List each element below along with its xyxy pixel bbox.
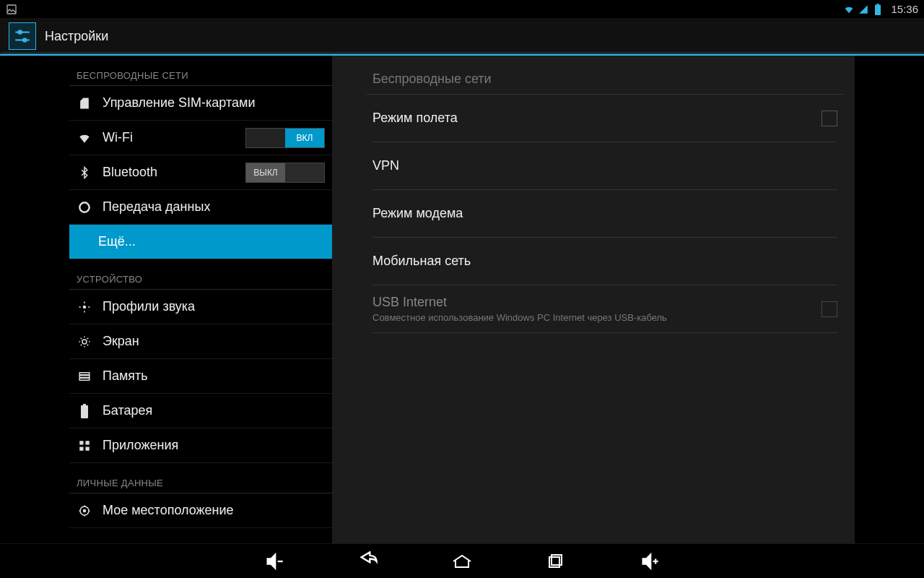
sidebar-item-label: Ещё... [98,234,136,249]
row-airplane-mode[interactable]: Режим полета [372,95,837,142]
storage-icon [77,368,92,384]
svg-rect-18 [86,447,90,450]
svg-rect-14 [83,404,86,405]
settings-sidebar: БЕСПРОВОДНЫЕ СЕТИ Управление SIM-картами… [0,56,332,543]
sidebar-item-label: Батарея [103,403,152,418]
sidebar-item-data-usage[interactable]: Передача данных [69,190,332,225]
svg-rect-13 [81,405,88,418]
sidebar-item-storage[interactable]: Память [69,359,332,394]
svg-point-4 [19,30,22,33]
wifi-toggle[interactable]: ВКЛ [245,128,325,148]
svg-rect-0 [7,5,16,14]
sidebar-item-location[interactable]: Мое местоположение [69,493,332,528]
sidebar-item-bluetooth[interactable]: Bluetooth ВЫКЛ [69,155,332,190]
section-header-personal: ЛИЧНЫЕ ДАННЫЕ [69,463,332,493]
sidebar-item-label: Профили звука [103,299,195,314]
system-navbar [0,543,924,578]
row-tethering[interactable]: Режим модема [372,190,837,238]
svg-rect-12 [79,378,90,380]
settings-slider-icon [9,22,36,50]
location-icon [77,503,92,519]
airplane-checkbox[interactable] [821,111,837,126]
row-vpn[interactable]: VPN [372,142,837,190]
content-header: Беспроводные сети [372,56,837,94]
volume-up-button[interactable] [628,547,671,576]
svg-rect-2 [877,4,879,5]
sidebar-item-sim[interactable]: Управление SIM-картами [69,86,332,121]
svg-point-9 [82,340,87,344]
row-subtitle: Совместное использование Windows PC Inte… [372,312,762,323]
bluetooth-icon [77,165,92,181]
sidebar-item-wifi[interactable]: Wi-Fi ВКЛ [69,121,332,155]
row-mobile-network[interactable]: Мобильная сеть [372,238,837,285]
toggle-label: ВКЛ [285,129,324,147]
svg-rect-16 [86,441,90,444]
data-usage-icon [77,199,92,215]
row-label: Режим полета [372,111,804,126]
sidebar-item-label: Bluetooth [103,165,157,180]
sidebar-item-label: Управление SIM-картами [103,95,255,111]
status-bar: 15:36 [0,0,924,18]
signal-icon [858,4,869,15]
volume-down-button[interactable] [253,547,296,576]
sidebar-item-display[interactable]: Экран [69,324,332,359]
clock: 15:36 [891,3,918,15]
section-header-wireless: БЕСПРОВОДНЫЕ СЕТИ [69,56,332,86]
apps-icon [77,438,92,454]
back-button[interactable] [346,547,390,576]
recents-button[interactable] [534,547,578,576]
toggle-label: ВЫКЛ [246,163,285,182]
home-button[interactable] [440,547,484,576]
sidebar-item-label: Приложения [103,438,178,453]
sidebar-item-label: Мое местоположение [103,503,234,518]
action-bar: Настройки [0,18,924,54]
svg-point-7 [79,202,89,212]
svg-rect-15 [79,441,83,444]
sound-icon [77,299,92,315]
sidebar-item-battery[interactable]: Батарея [69,394,332,428]
sidebar-item-label: Экран [103,334,139,349]
sidebar-item-more[interactable]: Ещё... [69,225,332,259]
svg-rect-17 [79,447,83,450]
row-label: VPN [372,158,837,173]
page-title: Настройки [45,29,108,44]
sidebar-item-label: Память [103,368,148,384]
brightness-icon [77,334,92,350]
sim-icon [77,95,92,111]
row-label: Режим модема [372,206,837,221]
sidebar-item-label: Передача данных [103,199,210,215]
svg-point-20 [84,509,86,512]
battery-icon [872,4,884,15]
sidebar-item-sound[interactable]: Профили звука [69,290,332,324]
row-label: Мобильная сеть [372,254,837,269]
wifi-icon [843,4,855,15]
bluetooth-toggle[interactable]: ВЫКЛ [245,163,325,183]
svg-rect-10 [79,372,90,374]
svg-point-6 [23,38,26,41]
svg-rect-11 [79,375,90,377]
row-usb-internet: USB Internet Совместное использование Wi… [372,285,837,333]
usb-internet-checkbox [821,301,837,317]
sidebar-item-apps[interactable]: Приложения [69,428,332,463]
content-panel: Беспроводные сети Режим полета VPN Режим… [332,56,855,543]
battery-icon [77,403,92,419]
sidebar-item-label: Wi-Fi [103,130,133,145]
gallery-icon [6,4,17,15]
svg-point-8 [83,305,87,309]
section-header-device: УСТРОЙСТВО [69,259,332,290]
row-label: USB Internet [372,295,804,310]
svg-rect-1 [875,4,881,14]
wifi-icon [77,130,92,146]
